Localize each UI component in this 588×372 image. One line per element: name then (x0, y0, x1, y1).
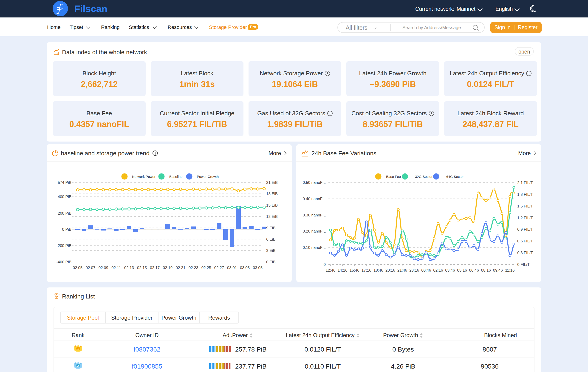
svg-text:02.07: 02.07 (86, 266, 95, 270)
svg-text:0 FIL/T: 0 FIL/T (517, 262, 530, 267)
svg-text:02.19: 02.19 (163, 266, 173, 270)
svg-text:2: 2 (77, 364, 79, 368)
svg-text:Base Fee: Base Fee (386, 175, 401, 179)
svg-text:0: 0 (324, 262, 326, 267)
svg-text:-200 PiB: -200 PiB (56, 244, 72, 248)
svg-text:03.05: 03.05 (253, 266, 263, 270)
svg-text:09:46: 09:46 (493, 268, 503, 273)
svg-text:17:16: 17:16 (362, 268, 371, 273)
svg-text:00:46: 00:46 (421, 268, 431, 273)
svg-text:32G Sector: 32G Sector (415, 175, 432, 179)
svg-text:03.01: 03.01 (227, 266, 237, 270)
svg-text:14:16: 14:16 (338, 268, 347, 273)
svg-text:200 PiB: 200 PiB (58, 211, 72, 215)
svg-text:0 PiB: 0 PiB (62, 227, 72, 232)
svg-text:2.1 FIL/T: 2.1 FIL/T (517, 181, 533, 185)
svg-text:Power Growth: Power Growth (197, 175, 219, 179)
svg-text:Network Power: Network Power (132, 175, 156, 179)
svg-text:18:46: 18:46 (373, 268, 383, 273)
svg-text:Baseline: Baseline (169, 175, 183, 179)
svg-text:02.27: 02.27 (214, 266, 224, 270)
svg-text:9 EiB: 9 EiB (266, 226, 276, 230)
svg-text:02.21: 02.21 (176, 266, 186, 270)
svg-text:02.17: 02.17 (150, 266, 160, 270)
svg-text:02.23: 02.23 (189, 266, 199, 270)
svg-text:-400 PiB: -400 PiB (56, 260, 72, 264)
svg-text:02.25: 02.25 (201, 266, 211, 270)
svg-text:0.10 nanoFIL: 0.10 nanoFIL (303, 245, 326, 250)
svg-text:08:16: 08:16 (481, 268, 491, 273)
svg-text:15:46: 15:46 (350, 268, 359, 273)
svg-text:11:16: 11:16 (505, 268, 514, 273)
svg-text:21:46: 21:46 (397, 268, 407, 273)
svg-text:1.5 FIL/T: 1.5 FIL/T (517, 204, 533, 208)
svg-text:06:46: 06:46 (469, 268, 479, 273)
svg-text:15 EiB: 15 EiB (266, 203, 278, 207)
svg-text:02.05: 02.05 (73, 266, 83, 270)
svg-text:0.3 FIL/T: 0.3 FIL/T (517, 251, 533, 255)
svg-text:18 EiB: 18 EiB (266, 192, 278, 196)
svg-text:02.11: 02.11 (111, 266, 121, 270)
svg-text:02.15: 02.15 (137, 266, 147, 270)
svg-text:0.9 FIL/T: 0.9 FIL/T (517, 227, 533, 232)
svg-text:0.20 nanoFIL: 0.20 nanoFIL (303, 229, 326, 234)
svg-text:02:16: 02:16 (433, 268, 443, 273)
svg-text:12:46: 12:46 (326, 268, 336, 273)
svg-text:05:16: 05:16 (457, 268, 467, 273)
svg-text:400 PiB: 400 PiB (58, 195, 72, 199)
svg-text:1: 1 (77, 347, 79, 351)
svg-text:6 EiB: 6 EiB (266, 237, 276, 242)
svg-text:1.2 FIL/T: 1.2 FIL/T (517, 216, 533, 220)
svg-text:0.40 nanoFIL: 0.40 nanoFIL (303, 197, 326, 201)
svg-text:23:16: 23:16 (409, 268, 419, 273)
svg-text:0 EiB: 0 EiB (266, 260, 276, 264)
svg-text:0.6 FIL/T: 0.6 FIL/T (517, 239, 533, 243)
svg-text:02.09: 02.09 (99, 266, 108, 270)
svg-text:21 EiB: 21 EiB (266, 180, 278, 185)
svg-text:0.50 nanoFIL: 0.50 nanoFIL (303, 180, 326, 185)
svg-text:02.13: 02.13 (124, 266, 134, 270)
svg-text:20:16: 20:16 (385, 268, 395, 273)
svg-text:0.30 nanoFIL: 0.30 nanoFIL (303, 213, 326, 217)
svg-text:574 PiB: 574 PiB (58, 180, 72, 185)
svg-text:3 EiB: 3 EiB (266, 248, 276, 253)
svg-text:03.03: 03.03 (240, 266, 250, 270)
svg-text:1.8 FIL/T: 1.8 FIL/T (517, 192, 533, 197)
svg-text:12 EiB: 12 EiB (266, 214, 278, 219)
svg-text:64G Sector: 64G Sector (446, 175, 464, 179)
svg-text:03:46: 03:46 (445, 268, 455, 273)
